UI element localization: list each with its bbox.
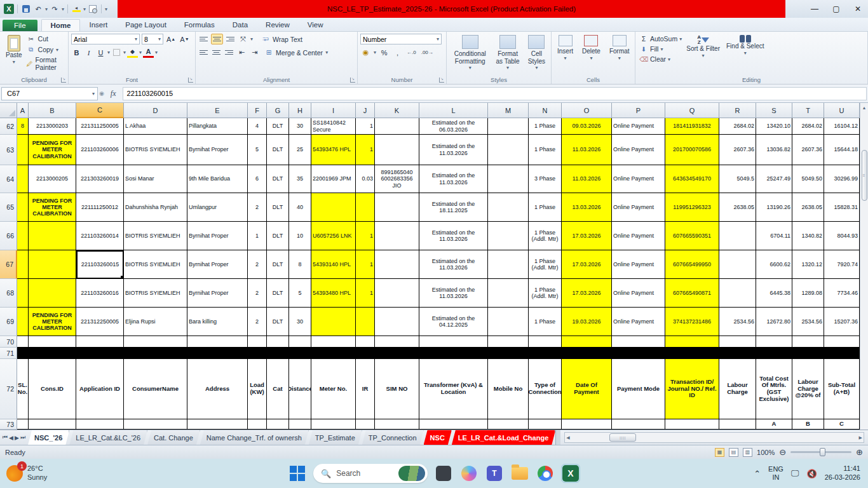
cell-D64[interactable]: Sosi Manar [124,165,187,193]
cell-S66[interactable]: 6704.11 [756,222,792,250]
cell-S71[interactable] [756,348,792,359]
cell-E73[interactable] [187,419,248,430]
start-button[interactable] [288,464,307,483]
column-header-Q[interactable]: Q [665,103,719,118]
cell-I72[interactable]: Meter No. [311,359,356,419]
cell-I63[interactable]: 54393476 HPL [311,135,356,165]
underline-button[interactable]: U [95,47,106,58]
row-header-73[interactable]: 73 [0,419,17,430]
chrome-button[interactable] [536,464,555,483]
cell-L67[interactable]: Estimated on the 11.03.2026 [419,250,488,279]
cell-I69[interactable] [311,308,356,336]
cell-O67[interactable]: 17.03.2026 [562,250,612,279]
column-header-E[interactable]: E [187,103,248,118]
cell-I70[interactable] [311,336,356,348]
cell-Q62[interactable]: 181411931832 [665,118,719,135]
column-header-L[interactable]: L [419,103,488,118]
cell-L66[interactable]: Estimated on the 11.03.2026 [419,222,488,250]
cell-L63[interactable]: Estimated on the 11.03.2026 [419,135,488,165]
cell-H62[interactable]: 30 [289,118,311,135]
align-center-icon[interactable] [211,47,222,58]
sort-filter-button[interactable]: AZ Sort & Filter▾ [683,34,723,64]
cell-U67[interactable]: 7920.74 [824,250,860,279]
cell-J72[interactable]: IR [356,359,375,419]
cell-M73[interactable] [488,419,529,430]
cell-U65[interactable]: 15828.31 [824,193,860,222]
borders-button[interactable] [111,47,122,58]
cell-R71[interactable] [719,348,756,359]
cell-A63[interactable] [17,135,29,165]
cell-O63[interactable]: 11.03.2026 [562,135,612,165]
cell-F73[interactable] [248,419,267,430]
cell-O68[interactable]: 17.03.2026 [562,279,612,308]
column-header-I[interactable]: I [311,103,356,118]
cell-K73[interactable] [375,419,419,430]
clock[interactable]: 11:41 26-03-2026 [825,464,860,482]
cell-O66[interactable]: 17.03.2026 [562,222,612,250]
cell-A70[interactable] [17,336,29,348]
cell-B66[interactable] [29,222,76,250]
cell-Q68[interactable]: 607665490871 [665,279,719,308]
ribbon-tab-insert[interactable]: Insert [80,19,116,31]
cell-N70[interactable] [529,336,562,348]
sheet-nav-icon-1[interactable]: ◀ [9,435,13,441]
cell-S72[interactable]: Total Cost Of Mtrls. (GST Exclusive) [756,359,792,419]
fill-color-dropdown-icon[interactable]: ▾ [139,50,142,55]
column-header-F[interactable]: F [248,103,267,118]
cell-P63[interactable]: Online Payment [612,135,665,165]
cell-C68[interactable]: 221103260016 [76,279,124,308]
tray-chevron-icon[interactable]: ⌃ [754,469,761,478]
cell-R70[interactable] [719,336,756,348]
cell-F67[interactable]: 2 [248,250,267,279]
row-header-63[interactable]: 63 [0,135,17,165]
cell-D72[interactable]: ConsumerName [124,359,187,419]
cell-U72[interactable]: Sub-Total (A+B) [824,359,860,419]
page-layout-view-icon[interactable]: ▤ [729,448,738,457]
cell-P66[interactable]: Online Payment [612,222,665,250]
cell-K64[interactable]: 8991865040 6002683356 JIO [375,165,419,193]
search-highlight-image[interactable] [398,466,425,481]
column-header-U[interactable]: U [824,103,860,118]
cell-E64[interactable]: 9th Mile Baridua [187,165,248,193]
paste-button[interactable]: Paste▾ [3,34,25,72]
widgets-app-button[interactable] [434,464,453,483]
column-header-N[interactable]: N [529,103,562,118]
cell-R65[interactable]: 2638.05 [719,193,756,222]
cell-L62[interactable]: Estimated on the 06.03.2026 [419,118,488,135]
cell-O69[interactable]: 19.03.2026 [562,308,612,336]
row-header-62[interactable]: 62 [0,118,17,135]
cell-G67[interactable]: DLT [267,250,289,279]
ribbon-tab-data[interactable]: Data [224,19,257,31]
cell-O70[interactable] [562,336,612,348]
cell-K68[interactable] [375,279,419,308]
cell-D71[interactable] [124,348,187,359]
cell-S62[interactable]: 13420.10 [756,118,792,135]
cell-L72[interactable]: Transformer (KvA) & Location [419,359,488,419]
save-icon[interactable] [21,4,31,14]
cell-P71[interactable] [612,348,665,359]
cell-F66[interactable]: 1 [248,222,267,250]
column-header-C[interactable]: C [76,103,124,118]
cell-J65[interactable] [356,193,375,222]
cell-C72[interactable]: Application ID [76,359,124,419]
cell-K62[interactable] [375,118,419,135]
row-header-64[interactable]: 64 [0,165,17,193]
cell-K70[interactable] [375,336,419,348]
column-header-B[interactable]: B [29,103,76,118]
cell-U62[interactable]: 16104.12 [824,118,860,135]
cell-Q65[interactable]: 119951296323 [665,193,719,222]
cell-F62[interactable]: 4 [248,118,267,135]
fill-dropdown-icon[interactable]: ▾ [83,6,86,12]
maximize-button[interactable]: ▢ [830,4,843,13]
cell-C69[interactable]: 221312250005 [76,308,124,336]
cell-G63[interactable]: DLT [267,135,289,165]
cell-E70[interactable] [187,336,248,348]
cell-K63[interactable] [375,135,419,165]
cell-B68[interactable] [29,279,76,308]
cell-G71[interactable] [267,348,289,359]
sheet-tab-name-change-trf-of-ownersh[interactable]: Name Change_Trf. of ownersh [200,430,309,445]
cell-K67[interactable] [375,250,419,279]
cell-I73[interactable] [311,419,356,430]
cell-D66[interactable]: BIOTRIS SYIEMLIEH [124,222,187,250]
cell-J70[interactable] [356,336,375,348]
